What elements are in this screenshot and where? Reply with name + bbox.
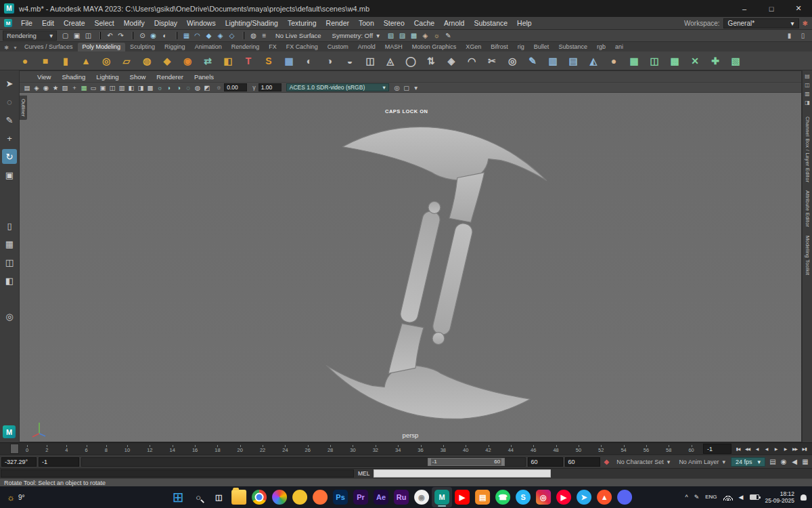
premiere-rush-icon[interactable]: Ru (391, 487, 411, 507)
redo-icon[interactable]: ↷ (115, 32, 127, 39)
panel-menu-item[interactable]: Panels (189, 73, 219, 81)
firefox-icon[interactable] (310, 487, 330, 507)
separate-icon[interactable]: ◬ (383, 54, 398, 68)
search-button[interactable]: ○ (188, 487, 208, 507)
brave-icon[interactable]: ▲ (594, 487, 614, 507)
safe-action-icon[interactable]: ◧ (127, 84, 136, 91)
language-switcher[interactable]: ENG (705, 494, 717, 500)
files-app-icon[interactable]: ▤ (472, 487, 493, 507)
modeling-toolkit-tab[interactable]: Modeling Toolkit (805, 236, 811, 275)
gamma-field[interactable]: 1.00 (258, 83, 281, 91)
shelf-tab[interactable]: Arnold (353, 43, 380, 51)
isolate-select-icon[interactable]: ◎ (392, 84, 402, 91)
uv-distortion-icon[interactable]: ▧ (728, 54, 743, 68)
shelf-tab[interactable]: Poly Modeling (78, 43, 126, 51)
notifications-bell-icon[interactable] (800, 494, 807, 501)
sculpt-brush-icon[interactable]: ● (606, 54, 621, 68)
step-forward-frame-button[interactable]: ▶▶ (790, 444, 799, 454)
fps-select[interactable]: 24 fps▾ (731, 457, 765, 467)
uv-cut-icon[interactable]: ✕ (687, 54, 702, 68)
playback-end-field[interactable]: 60 (528, 457, 563, 467)
menu-item[interactable]: Substance (469, 19, 512, 27)
shelf-tab[interactable]: Sculpting (125, 43, 160, 51)
shelf-tab[interactable]: Bifrost (486, 43, 513, 51)
move-tool-icon[interactable]: + (2, 131, 17, 146)
select-component-icon[interactable]: ◐ (159, 32, 171, 39)
character-set-select[interactable]: No Character Set▾ (613, 459, 673, 465)
camera-select-icon[interactable]: ▤ (22, 84, 32, 91)
tool-value-field[interactable]: -327.29° (1, 457, 37, 467)
gamma-icon[interactable]: γ (252, 84, 256, 91)
outliner-pane-layout-icon[interactable]: ◧ (2, 273, 17, 288)
whatsapp-icon[interactable]: ☎ (493, 487, 513, 507)
insert-edge-loop-icon[interactable]: ▥ (545, 54, 560, 68)
anim-layer-select[interactable]: No Anim Layer▾ (675, 459, 729, 465)
offset-edge-loop-icon[interactable]: ▤ (566, 54, 581, 68)
yellow-app-icon[interactable] (290, 487, 310, 507)
paint-effects-icon[interactable]: ✎ (443, 32, 454, 39)
select-tool-icon[interactable]: ➤ (2, 76, 17, 91)
make-live-icon[interactable]: ◍ (243, 32, 258, 39)
pen-icon[interactable]: ✎ (694, 494, 700, 501)
multi-cut-icon[interactable]: ✂ (484, 54, 499, 68)
shelf-tab[interactable]: Custom (323, 43, 353, 51)
paint-select-tool-icon[interactable]: ✎ (2, 112, 17, 127)
panel-menu-item[interactable]: Renderer (151, 73, 189, 81)
lasso-tool-icon[interactable]: ◌ (2, 94, 17, 109)
animation-end-field[interactable]: 60 (565, 457, 600, 467)
shelf-tab[interactable]: Motion Graphics (407, 43, 461, 51)
premiere-icon[interactable]: Pr (351, 487, 371, 507)
shelf-tab[interactable]: Bullet (529, 43, 554, 51)
animation-start-field[interactable]: -1 (39, 457, 79, 467)
go-to-start-button[interactable]: ▮◀ (734, 444, 742, 454)
menu-item[interactable]: Edit (37, 19, 59, 27)
after-effects-icon[interactable]: Ae (371, 487, 391, 507)
chrome-icon[interactable] (249, 487, 269, 507)
four-pane-layout-icon[interactable]: ▦ (2, 236, 17, 251)
hide-ui-elements-icon[interactable]: ▯ (797, 32, 809, 39)
modeling-toolkit-toggle-icon[interactable]: ◨ (805, 100, 810, 108)
new-scene-icon[interactable]: ▢ (60, 32, 71, 39)
wireframe-on-shaded-icon[interactable]: ◩ (202, 84, 212, 91)
platonic-solid-icon[interactable]: ◆ (160, 54, 175, 68)
snap-projected-icon[interactable]: ◈ (215, 32, 226, 39)
light-editor-icon[interactable]: ☼ (431, 32, 443, 39)
show-ui-elements-icon[interactable]: ▮ (784, 32, 795, 39)
command-result-field[interactable] (374, 469, 551, 478)
snap-view-icon[interactable]: ◇ (226, 32, 238, 39)
mirror-icon[interactable]: ◧ (221, 54, 235, 68)
poly-cube-icon[interactable]: ■ (38, 54, 53, 68)
quad-draw-icon[interactable]: ✎ (525, 54, 540, 68)
menu-item[interactable]: Render (321, 19, 354, 27)
ao-icon[interactable]: ◑ (174, 84, 183, 91)
safe-title-icon[interactable]: ◨ (136, 84, 145, 91)
image-plane-icon[interactable]: ▨ (60, 84, 70, 91)
script-editor-icon[interactable]: ▤ (767, 458, 778, 465)
exposure-field[interactable]: 0.00 (224, 83, 247, 91)
super-ellipse-icon[interactable]: ◉ (180, 54, 195, 68)
two-pane-layout-icon[interactable]: ◫ (2, 255, 17, 270)
snap-grid-icon[interactable]: ▦ (176, 32, 191, 39)
viewport-3d[interactable]: CAPS LOCK ON persp (20, 93, 801, 442)
boolean-union-icon[interactable]: ◐ (302, 54, 317, 68)
step-back-key-button[interactable]: ◀ (752, 444, 761, 454)
menu-item[interactable]: Modify (119, 19, 150, 27)
volume-icon[interactable]: ◀ (739, 494, 744, 501)
bridge-icon[interactable]: ◠ (464, 54, 479, 68)
save-scene-icon[interactable]: ◫ (83, 32, 94, 39)
shelf-menu-icon[interactable]: ✱ (2, 45, 11, 51)
sculpt-arrows-icon[interactable]: ⇄ (200, 54, 215, 68)
shelf-tab[interactable]: FX (264, 43, 281, 51)
select-hierarchy-icon[interactable]: ⊙ (132, 32, 148, 39)
viewport-capture-icon[interactable]: ▢ (402, 84, 411, 91)
clock-widget[interactable]: 18:12 25-09-2025 (765, 490, 794, 504)
mel-input-field[interactable] (1, 469, 354, 478)
film-gate-icon[interactable]: ▭ (89, 84, 98, 91)
shelf-tab[interactable]: FX Caching (281, 43, 323, 51)
tool-settings-toggle-icon[interactable]: ▥ (805, 91, 810, 100)
menu-item[interactable]: Lighting/Shading (221, 19, 283, 27)
xray-icon[interactable]: ◍ (193, 84, 202, 91)
pan-zoom-icon[interactable]: + (70, 84, 79, 91)
panel-menu-item[interactable]: Show (125, 73, 152, 81)
poly-plane-icon[interactable]: ▱ (119, 54, 134, 68)
